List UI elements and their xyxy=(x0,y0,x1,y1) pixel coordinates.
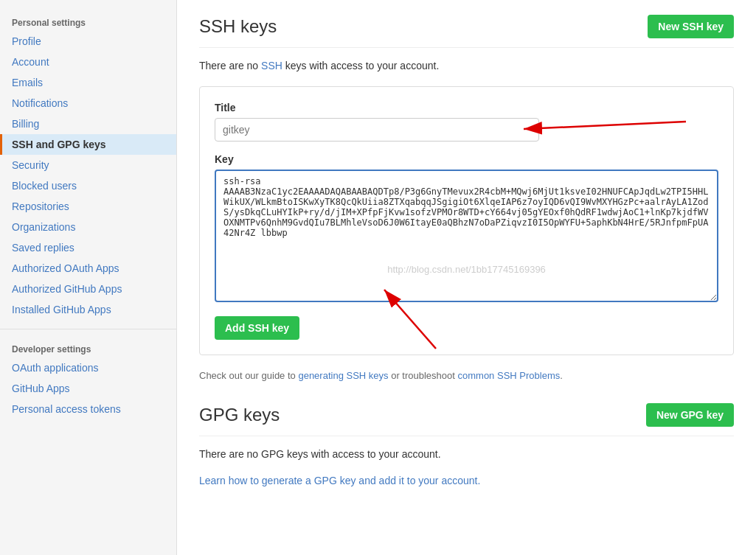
sidebar-item-oauth-applications[interactable]: OAuth applications xyxy=(0,357,176,378)
title-label: Title xyxy=(215,102,718,114)
sidebar-item-profile[interactable]: Profile xyxy=(0,31,176,52)
sidebar-item-saved-replies[interactable]: Saved replies xyxy=(0,237,176,258)
personal-settings-title: Personal settings xyxy=(0,12,176,31)
add-ssh-key-button[interactable]: Add SSH key xyxy=(215,316,299,340)
title-input[interactable] xyxy=(215,118,539,142)
gpg-section-title: GPG keys xyxy=(199,405,280,425)
sidebar-item-notifications[interactable]: Notifications xyxy=(0,93,176,114)
sidebar-item-ssh-gpg[interactable]: SSH and GPG keys xyxy=(0,134,176,155)
ssh-section-divider xyxy=(199,47,734,48)
gpg-section-divider xyxy=(199,436,734,436)
generating-ssh-keys-link[interactable]: generating SSH keys xyxy=(298,370,388,381)
key-form-group: Key ssh-rsa AAAAB3NzaC1yc2EAAAADAQABAABA… xyxy=(215,153,718,304)
ssh-help-text: Check out our guide to generating SSH ke… xyxy=(199,370,734,381)
ssh-section-title: SSH keys xyxy=(199,16,277,37)
main-content: SSH keys New SSH key There are no SSH ke… xyxy=(177,0,756,555)
title-form-group: Title xyxy=(215,102,718,142)
help-text-mid: or troubleshoot xyxy=(389,370,458,381)
gpg-learn-link[interactable]: Learn how to generate a GPG key and add … xyxy=(199,475,480,486)
sidebar-item-oauth-apps[interactable]: Authorized OAuth Apps xyxy=(0,258,176,279)
sidebar-item-account[interactable]: Account xyxy=(0,52,176,72)
key-label: Key xyxy=(215,153,718,165)
sidebar-item-blocked-users[interactable]: Blocked users xyxy=(0,175,176,196)
page-layout: Personal settings Profile Account Emails… xyxy=(0,0,756,555)
help-text-prefix: Check out our guide to xyxy=(199,370,298,381)
ssh-form: Title Key ssh-rsa AAAAB3NzaC1yc2EAAAADAQ… xyxy=(199,86,734,355)
sidebar-item-github-apps[interactable]: Authorized GitHub Apps xyxy=(0,279,176,299)
new-gpg-key-button[interactable]: New GPG key xyxy=(646,403,734,427)
ssh-link[interactable]: SSH xyxy=(261,60,282,71)
ssh-section-header: SSH keys New SSH key xyxy=(199,15,734,38)
sidebar-item-organizations[interactable]: Organizations xyxy=(0,217,176,237)
sidebar-item-installed-apps[interactable]: Installed GitHub Apps xyxy=(0,299,176,320)
gpg-section-header: GPG keys New GPG key xyxy=(199,403,734,427)
key-textarea[interactable]: ssh-rsa AAAAB3NzaC1yc2EAAAADAQABAABAQDTp… xyxy=(215,170,718,302)
new-ssh-key-button[interactable]: New SSH key xyxy=(648,15,734,38)
help-text-end: . xyxy=(560,370,563,381)
gpg-notice-text: There are no GPG keys with access to you… xyxy=(199,448,734,460)
common-ssh-problems-link[interactable]: common SSH Problems xyxy=(458,370,561,381)
sidebar-item-personal-access-tokens[interactable]: Personal access tokens xyxy=(0,399,176,419)
sidebar: Personal settings Profile Account Emails… xyxy=(0,0,177,555)
form-container: Title Key ssh-rsa AAAAB3NzaC1yc2EAAAADAQ… xyxy=(199,86,734,355)
sidebar-item-github-apps-dev[interactable]: GitHub Apps xyxy=(0,378,176,399)
gpg-section: GPG keys New GPG key There are no GPG ke… xyxy=(199,403,734,486)
sidebar-item-security[interactable]: Security xyxy=(0,155,176,175)
sidebar-item-emails[interactable]: Emails xyxy=(0,72,176,93)
sidebar-divider xyxy=(0,329,176,329)
ssh-notice-text: There are no SSH keys with access to you… xyxy=(199,60,734,71)
sidebar-item-repositories[interactable]: Repositories xyxy=(0,196,176,217)
developer-settings-title: Developer settings xyxy=(0,338,176,357)
sidebar-item-billing[interactable]: Billing xyxy=(0,114,176,134)
